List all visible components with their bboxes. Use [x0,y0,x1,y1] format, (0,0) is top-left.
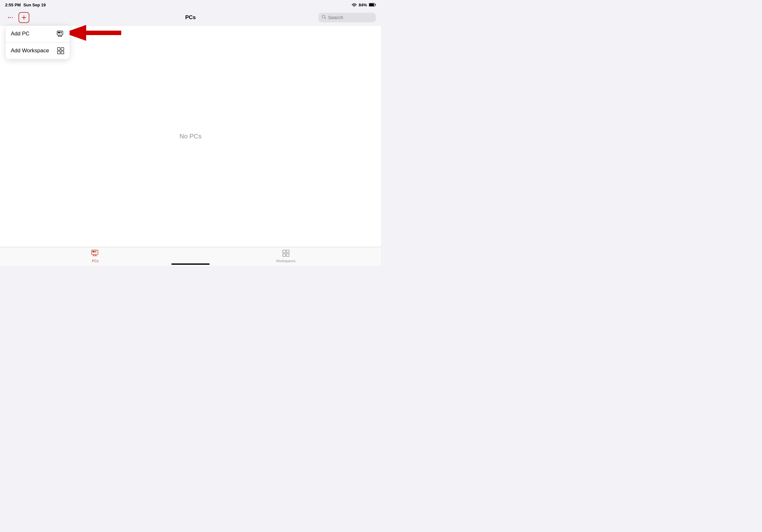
status-left: 2:55 PM Sun Sep 19 [5,3,45,7]
svg-rect-21 [61,51,64,54]
add-workspace-label: Add Workspace [11,47,49,54]
more-button[interactable] [5,12,16,23]
red-arrow [64,22,121,45]
search-input[interactable] [328,15,373,20]
add-pc-label: Add PC [11,31,30,37]
add-workspace-item[interactable]: Add Workspace [6,42,70,59]
search-box[interactable] [319,13,376,22]
svg-rect-31 [286,250,289,253]
svg-rect-27 [92,251,95,253]
dropdown-menu: Add PC Add Workspace [6,26,70,59]
add-pc-item[interactable]: Add PC [6,26,70,42]
pcs-tab-icon [91,250,100,258]
monitor-icon [57,30,64,37]
tab-workspaces[interactable]: Workspaces [190,250,381,263]
svg-rect-33 [286,254,289,257]
status-bar: 2:55 PM Sun Sep 19 84% [0,0,381,10]
svg-rect-29 [95,252,96,253]
svg-marker-22 [64,25,121,41]
svg-rect-16 [61,32,62,33]
svg-rect-32 [283,254,286,257]
pcs-tab-label: PCs [92,259,99,263]
tab-pcs[interactable]: PCs [0,250,190,263]
svg-rect-2 [375,4,376,6]
svg-point-6 [8,17,9,18]
svg-rect-30 [283,250,286,253]
svg-rect-18 [57,47,60,50]
svg-rect-15 [58,32,60,33]
nav-left [5,12,29,23]
svg-line-10 [325,18,326,19]
svg-point-5 [12,17,13,18]
svg-rect-28 [95,251,96,252]
date: Sun Sep 19 [23,3,45,7]
time: 2:55 PM [5,3,21,7]
svg-point-4 [10,17,11,18]
nav-title: PCs [185,14,195,21]
add-button[interactable] [19,12,29,23]
status-right: 84% [352,3,376,7]
nav-bar: PCs [0,10,381,26]
workspace-icon [57,47,64,54]
tab-bar: PCs Workspaces [0,247,381,266]
svg-rect-20 [57,51,60,54]
empty-text: No PCs [180,133,202,140]
workspaces-tab-icon [282,250,289,258]
search-icon [322,15,326,21]
home-indicator [171,263,210,265]
svg-rect-19 [61,47,64,50]
wifi-icon [352,3,357,7]
battery-percent: 84% [359,3,367,7]
svg-rect-17 [61,33,62,33]
workspaces-tab-label: Workspaces [276,259,295,263]
svg-rect-1 [369,4,374,6]
battery-icon [369,3,376,7]
